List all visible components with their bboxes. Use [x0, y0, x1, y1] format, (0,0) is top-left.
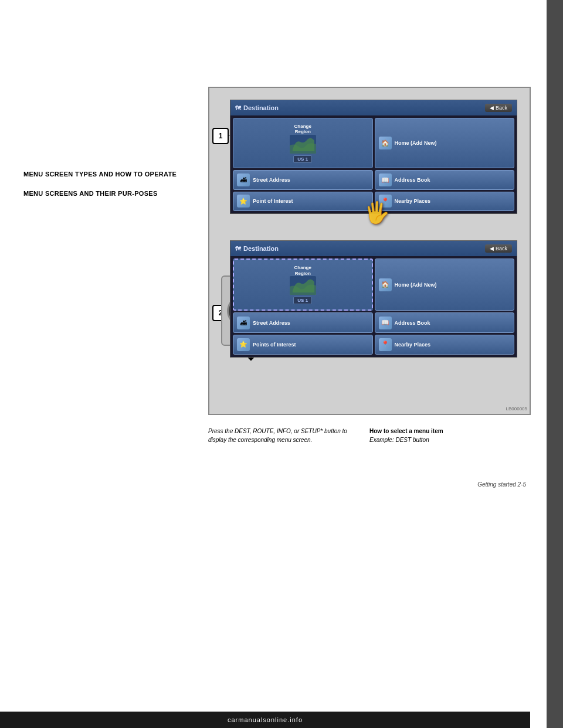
top-poi-icon: ⭐	[237, 195, 250, 207]
top-street-icon: 🏙	[237, 174, 250, 186]
bottom-nav-screen: 🗺 Destination ◀ Back ChangeRegion	[230, 240, 517, 358]
bottom-nearby-button[interactable]: 📍 Nearby Places	[375, 335, 515, 355]
top-poi-label: Point of Interest	[253, 198, 293, 204]
back-arrow-icon: ◀	[490, 105, 494, 111]
caption-left-text: Press the DEST, ROUTE, INFO, or SETUP* b…	[208, 427, 364, 444]
bottom-address-book-icon: 📖	[379, 317, 392, 329]
bottom-street-label: Street Address	[253, 320, 290, 326]
top-nav-screen: 🗺 Destination ◀ Back ChangeRegion	[230, 100, 517, 214]
main-content: MENU SCREEN TYPES AND HOW TO OPERATE MEN…	[0, 0, 547, 728]
top-address-book-icon: 📖	[379, 174, 392, 186]
top-screen-grid: ChangeRegion US 1 🏠 Home (Add New) 🏙	[230, 115, 517, 213]
bottom-screen-title: 🗺 Destination	[235, 245, 279, 252]
top-street-label: Street Address	[253, 177, 290, 183]
bottom-map-thumbnail	[290, 276, 316, 295]
main-title: MENU SCREEN TYPES AND HOW TO OPERATE	[23, 170, 199, 179]
watermark-bar: carmanualsonline.info	[0, 712, 530, 728]
top-back-button[interactable]: ◀ Back	[485, 104, 512, 112]
top-address-book-button[interactable]: 📖 Address Book	[375, 170, 515, 189]
destination-icon: 🗺	[235, 105, 241, 111]
bottom-change-region-cell[interactable]: ChangeRegion US 1	[233, 258, 373, 311]
top-address-book-label: Address Book	[395, 177, 430, 183]
bottom-screen-header: 🗺 Destination ◀ Back	[230, 241, 517, 256]
image-id-label: LB000005	[506, 406, 527, 411]
bottom-poi-icon: ⭐	[237, 338, 250, 351]
bottom-nearby-label: Nearby Places	[395, 342, 431, 348]
bottom-change-region-text: ChangeRegion	[294, 265, 311, 276]
bottom-address-book-button[interactable]: 📖 Address Book	[375, 312, 515, 332]
caption-left: Press the DEST, ROUTE, INFO, or SETUP* b…	[208, 427, 364, 444]
bottom-destination-icon: 🗺	[235, 246, 241, 252]
top-home-button[interactable]: 🏠 Home (Add New)	[375, 118, 515, 168]
bottom-us1-badge: US 1	[293, 297, 312, 304]
caption-right-text: Example: DEST button	[369, 436, 528, 444]
annotation-label-1: 1	[212, 128, 229, 144]
top-nearby-label: Nearby Places	[395, 198, 431, 204]
bottom-address-book-label: Address Book	[395, 320, 430, 326]
screenshot-container: 1 🗺 Destination ◀ Back ChangeRegion	[208, 87, 531, 415]
caption-right: How to select a menu item Example: DEST …	[369, 427, 528, 444]
bottom-back-button[interactable]: ◀ Back	[485, 244, 512, 253]
top-map-thumbnail	[290, 135, 316, 154]
bottom-poi-label: Points of Interest	[253, 342, 296, 348]
watermark-text: carmanualsonline.info	[228, 716, 303, 723]
caption-right-title: How to select a menu item	[369, 427, 528, 436]
top-us1-badge: US 1	[293, 155, 312, 163]
bottom-home-button[interactable]: 🏠 Home (Add New)	[375, 258, 515, 311]
hand-cursor: 🖐	[364, 200, 390, 225]
bottom-back-arrow-icon: ◀	[490, 246, 494, 251]
top-change-region-text: ChangeRegion	[294, 124, 311, 135]
top-home-label: Home (Add New)	[395, 140, 437, 146]
top-screen-header: 🗺 Destination ◀ Back	[230, 100, 517, 115]
bottom-screen-grid: ChangeRegion US 1 🏠 Home (Add New) 🏙	[230, 256, 517, 357]
bottom-nearby-icon: 📍	[379, 338, 392, 351]
footer-page-info: Getting started 2-5	[477, 481, 526, 488]
top-home-icon: 🏠	[379, 137, 392, 149]
right-sidebar-bar	[547, 0, 563, 728]
sub-title: MENU SCREENS AND THEIR PUR-POSES	[23, 189, 199, 198]
bottom-home-label: Home (Add New)	[395, 282, 437, 288]
top-nearby-button[interactable]: 📍 Nearby Places	[375, 192, 515, 211]
top-street-button[interactable]: 🏙 Street Address	[233, 170, 373, 189]
bottom-poi-button[interactable]: ⭐ Points of Interest	[233, 335, 373, 355]
header-section: MENU SCREEN TYPES AND HOW TO OPERATE MEN…	[23, 170, 199, 199]
caption-left-italic: Press the DEST, ROUTE, INFO, or SETUP* b…	[208, 428, 347, 443]
bottom-home-icon: 🏠	[379, 278, 392, 291]
bottom-street-icon: 🏙	[237, 317, 250, 329]
top-poi-button[interactable]: ⭐ Point of Interest 🖐	[233, 192, 373, 211]
top-change-region-cell[interactable]: ChangeRegion US 1	[233, 118, 373, 168]
top-screen-title: 🗺 Destination	[235, 104, 279, 111]
bottom-street-button[interactable]: 🏙 Street Address	[233, 312, 373, 332]
